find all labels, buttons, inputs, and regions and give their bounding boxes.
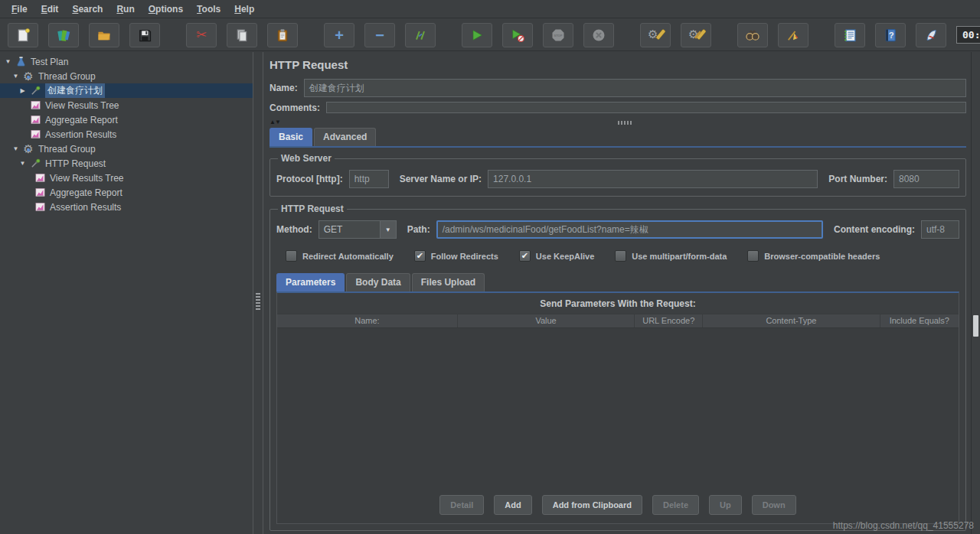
checkbox-use-multipart[interactable]: ✔Use multipart/form-data	[615, 250, 727, 262]
column-header-value[interactable]: Value	[458, 314, 635, 327]
tree-item-http-request[interactable]: ▼HTTP Request	[0, 156, 253, 171]
tree-item-sampler-selected[interactable]: ▶创建食疗计划	[0, 83, 253, 98]
horizontal-splitter[interactable]: ▲▼	[270, 118, 966, 127]
column-header-content-type[interactable]: Content-Type	[703, 314, 880, 327]
checkbox-label: Browser-compatible headers	[764, 252, 880, 261]
tree-item-view-results-tree-1[interactable]: View Results Tree	[0, 98, 253, 112]
expanded-arrow-icon[interactable]: ▼	[11, 145, 21, 152]
splitter-grip[interactable]	[618, 121, 632, 125]
help-icon: ?	[883, 28, 898, 43]
down-button[interactable]: Down	[752, 495, 796, 515]
menu-search[interactable]: Search	[65, 2, 109, 17]
content-encoding-label: Content encoding:	[834, 224, 915, 235]
checkbox-follow-redirects[interactable]: ✔Follow Redirects	[414, 250, 498, 262]
search-reset-button[interactable]	[778, 23, 808, 47]
tree-item-aggregate-report-1[interactable]: Aggregate Report	[0, 112, 253, 127]
open-button[interactable]	[89, 23, 119, 47]
shutdown-button[interactable]	[583, 23, 614, 47]
checkbox-browser-compatible-headers[interactable]: ✔Browser-compatible headers	[747, 250, 880, 262]
column-header-url-encode[interactable]: URL Encode?	[635, 314, 703, 327]
tree-item-label: 创建食疗计划	[45, 83, 105, 98]
send-parameters-label: Send Parameters With the Request:	[277, 293, 959, 314]
stop-button[interactable]: STOP	[543, 23, 573, 47]
watermark-url: https://blog.csdn.net/qq_41555278	[833, 520, 974, 531]
menu-edit[interactable]: Edit	[34, 2, 66, 17]
chevron-down-icon[interactable]: ▼	[380, 221, 396, 238]
templates-icon	[56, 28, 71, 43]
name-input[interactable]: 创建食疗计划	[304, 79, 966, 97]
menu-help[interactable]: Help	[227, 2, 261, 17]
tab-basic[interactable]: Basic	[270, 128, 312, 146]
column-header-name[interactable]: Name:	[277, 314, 458, 327]
splitter-collapse-icons[interactable]: ▲▼	[270, 119, 280, 125]
copy-button[interactable]	[227, 23, 257, 47]
toggle-button[interactable]	[405, 23, 436, 47]
add-from-clipboard-button[interactable]: Add from Clipboard	[542, 495, 642, 515]
templates-button[interactable]	[48, 23, 79, 47]
http-request-group: HTTP Request Method: GET ▼ Path: /admin/…	[270, 204, 966, 531]
clear-all-button[interactable]: ⚙	[681, 23, 711, 47]
start-button[interactable]	[462, 23, 492, 47]
parameters-table-body[interactable]	[277, 328, 959, 489]
clear-icon: ⚙	[648, 28, 663, 43]
collapsed-arrow-icon[interactable]: ▶	[18, 87, 28, 94]
column-header-include-equals[interactable]: Include Equals?	[880, 314, 959, 327]
tab-files-upload[interactable]: Files Upload	[412, 273, 485, 291]
search-binoculars-icon	[745, 28, 760, 43]
checkbox-redirect-automatically[interactable]: ✔Redirect Automatically	[286, 250, 394, 262]
port-number-input[interactable]: 8080	[893, 170, 959, 188]
vertical-splitter[interactable]	[253, 52, 263, 534]
checkbox-use-keepalive[interactable]: ✔Use KeepAlive	[519, 250, 594, 262]
comments-input[interactable]	[326, 102, 966, 113]
tree-item-thread-group-2[interactable]: ▼⚙Thread Group	[0, 142, 253, 156]
new-file-button[interactable]	[8, 23, 38, 47]
protocol-input[interactable]: http	[349, 170, 389, 188]
expanded-arrow-icon[interactable]: ▼	[3, 58, 13, 65]
menu-tools[interactable]: Tools	[190, 2, 227, 17]
tree-item-assertion-results-1[interactable]: Assertion Results	[0, 127, 253, 142]
search-button[interactable]	[737, 23, 768, 47]
menu-file[interactable]: File	[5, 2, 34, 17]
function-helper-button[interactable]	[835, 23, 865, 47]
tree-item-assertion-results-2[interactable]: Assertion Results	[0, 200, 253, 214]
clear-button[interactable]: ⚙	[640, 23, 671, 47]
start-no-timers-button[interactable]	[502, 23, 533, 47]
sampler-icon	[29, 158, 41, 170]
tree-item-aggregate-report-2[interactable]: Aggregate Report	[0, 185, 253, 200]
menu-options[interactable]: Options	[142, 2, 190, 17]
checkbox-icon: ✔	[286, 250, 297, 262]
cut-button[interactable]: ✂	[186, 23, 217, 47]
path-input[interactable]: /admin/ws/medicinalFood/getFoodList?name…	[436, 220, 823, 239]
menu-run[interactable]: Run	[109, 2, 141, 17]
delete-button[interactable]: Delete	[652, 495, 699, 515]
help-button[interactable]: ?	[875, 23, 906, 47]
search-reset-broom-icon	[786, 28, 801, 43]
checkbox-label: Use KeepAlive	[536, 252, 594, 261]
scrollbar-thumb[interactable]	[973, 315, 978, 337]
tree-item-view-results-tree-2[interactable]: View Results Tree	[0, 171, 253, 185]
up-button[interactable]: Up	[709, 495, 742, 515]
checkbox-label: Use multipart/form-data	[632, 252, 727, 261]
server-name-input[interactable]: 127.0.0.1	[488, 170, 818, 188]
tab-advanced[interactable]: Advanced	[314, 128, 376, 146]
method-select[interactable]: GET ▼	[318, 220, 397, 239]
tab-parameters[interactable]: Parameters	[276, 273, 345, 291]
tree-item-test-plan[interactable]: ▼Test Plan	[0, 54, 253, 69]
add-button[interactable]: Add	[494, 495, 531, 515]
paste-button[interactable]	[267, 23, 298, 47]
expanded-arrow-icon[interactable]: ▼	[11, 73, 21, 80]
expand-all-button[interactable]: +	[324, 23, 354, 47]
vertical-scrollbar[interactable]	[971, 52, 980, 534]
tree-item-thread-group-1[interactable]: ▼⚙Thread Group	[0, 69, 253, 83]
splitter-grip[interactable]	[256, 293, 260, 310]
detail-button[interactable]: Detail	[439, 495, 484, 515]
options-checkbox-row: ✔Redirect Automatically ✔Follow Redirect…	[286, 250, 959, 262]
checkbox-label: Follow Redirects	[431, 252, 498, 261]
expanded-arrow-icon[interactable]: ▼	[18, 160, 28, 167]
save-button[interactable]	[129, 23, 160, 47]
svg-text:?: ?	[889, 31, 894, 40]
feather-button[interactable]	[916, 23, 946, 47]
tab-body-data[interactable]: Body Data	[346, 273, 410, 291]
content-encoding-input[interactable]: utf-8	[921, 220, 959, 239]
collapse-all-button[interactable]: −	[364, 23, 395, 47]
